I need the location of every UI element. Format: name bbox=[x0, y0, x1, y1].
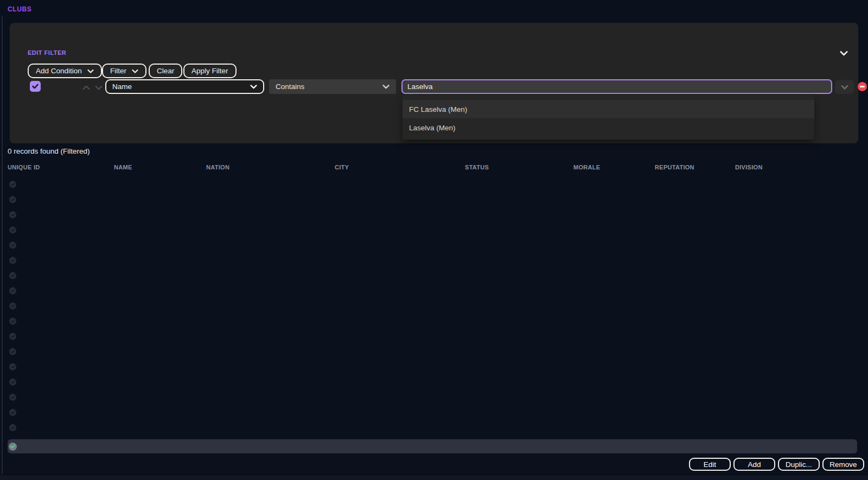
chevron-down-icon bbox=[132, 67, 138, 75]
column-header-nation[interactable]: NATION bbox=[206, 164, 229, 170]
table-row[interactable] bbox=[0, 359, 868, 374]
column-header-division[interactable]: DIVISION bbox=[735, 164, 763, 170]
check-circle-icon bbox=[9, 348, 16, 355]
table-row[interactable] bbox=[0, 207, 868, 222]
table-row[interactable] bbox=[0, 268, 868, 283]
selected-table-row[interactable] bbox=[8, 439, 857, 453]
table-row[interactable] bbox=[0, 192, 868, 207]
add-button[interactable]: Add bbox=[733, 458, 775, 471]
check-circle-icon bbox=[9, 424, 16, 431]
add-condition-button[interactable]: Add Condition bbox=[28, 64, 102, 78]
collapse-filter-button[interactable] bbox=[839, 49, 848, 57]
chevron-down-icon bbox=[841, 83, 848, 91]
column-header-name[interactable]: NAME bbox=[114, 164, 132, 170]
value-dropdown-button[interactable] bbox=[835, 80, 854, 94]
filter-value-input[interactable] bbox=[401, 79, 832, 94]
table-row[interactable] bbox=[0, 405, 868, 420]
field-select[interactable]: Name bbox=[105, 79, 264, 94]
table-row[interactable] bbox=[0, 420, 868, 435]
check-circle-icon bbox=[9, 272, 16, 279]
chevron-down-icon bbox=[87, 67, 94, 75]
column-header-morale[interactable]: MORALE bbox=[573, 164, 600, 170]
column-header-status[interactable]: STATUS bbox=[465, 164, 489, 170]
column-header-reputation[interactable]: REPUTATION bbox=[655, 164, 694, 170]
column-header-unique-id[interactable]: UNIQUE ID bbox=[8, 164, 40, 170]
column-header-city[interactable]: CITY bbox=[335, 164, 349, 170]
suggestion-list: FC Laselva (Men) Laselva (Men) bbox=[403, 95, 814, 140]
table-row[interactable] bbox=[0, 222, 868, 237]
clear-button[interactable]: Clear bbox=[149, 64, 182, 78]
chevron-down-icon bbox=[840, 49, 848, 58]
apply-filter-button[interactable]: Apply Filter bbox=[183, 64, 237, 78]
footer-toolbar: Edit Add Duplic... Remove bbox=[0, 458, 868, 471]
table-row[interactable] bbox=[0, 237, 868, 252]
operator-select[interactable]: Contains bbox=[269, 79, 396, 94]
table-row[interactable] bbox=[0, 374, 868, 389]
clear-label: Clear bbox=[157, 67, 174, 75]
table-row[interactable] bbox=[0, 389, 868, 405]
chevron-up-icon bbox=[82, 84, 90, 92]
chevron-down-icon bbox=[250, 83, 257, 91]
check-circle-icon bbox=[9, 196, 16, 203]
table-row[interactable] bbox=[0, 176, 868, 192]
records-summary: 0 records found (Filtered) bbox=[8, 147, 90, 155]
check-circle-icon bbox=[9, 242, 16, 249]
check-circle-icon bbox=[9, 257, 16, 264]
suggestion-label: FC Laselva (Men) bbox=[409, 105, 467, 113]
remove-condition-button[interactable] bbox=[858, 82, 867, 91]
check-circle-icon bbox=[9, 333, 16, 340]
check-circle-icon bbox=[9, 363, 16, 370]
operator-select-value: Contains bbox=[276, 83, 304, 91]
minus-icon bbox=[860, 86, 865, 87]
filter-menu-label: Filter bbox=[110, 67, 126, 75]
filter-menu-button[interactable]: Filter bbox=[102, 64, 146, 78]
check-circle-icon bbox=[9, 394, 16, 401]
check-circle-icon bbox=[9, 409, 16, 416]
edit-button[interactable]: Edit bbox=[689, 458, 731, 471]
check-circle-icon bbox=[9, 318, 16, 325]
check-circle-icon bbox=[9, 287, 16, 294]
window-bottom-edge bbox=[0, 475, 868, 480]
check-circle-icon bbox=[9, 211, 16, 218]
add-condition-label: Add Condition bbox=[36, 67, 82, 75]
chevron-down-icon bbox=[382, 83, 390, 91]
field-select-value: Name bbox=[112, 83, 132, 91]
page-title: CLUBS bbox=[8, 5, 31, 13]
results-list bbox=[0, 176, 868, 435]
edit-filter-title: EDIT FILTER bbox=[28, 49, 66, 56]
check-circle-icon bbox=[9, 181, 16, 188]
table-row[interactable] bbox=[0, 344, 868, 359]
suggestion-label: Laselva (Men) bbox=[409, 124, 456, 132]
remove-button[interactable]: Remove bbox=[822, 458, 864, 471]
table-row[interactable] bbox=[0, 329, 868, 344]
check-circle-icon bbox=[9, 378, 16, 386]
move-condition-down-button[interactable] bbox=[94, 84, 103, 89]
duplicate-button[interactable]: Duplic... bbox=[778, 458, 820, 471]
table-row[interactable] bbox=[0, 298, 868, 313]
check-circle-icon bbox=[9, 302, 16, 310]
apply-filter-label: Apply Filter bbox=[192, 67, 228, 75]
table-row[interactable] bbox=[0, 252, 868, 268]
chevron-down-icon bbox=[95, 84, 103, 92]
suggestion-item[interactable]: FC Laselva (Men) bbox=[403, 100, 814, 118]
check-circle-icon bbox=[9, 443, 17, 451]
edit-filter-panel: EDIT FILTER Add Condition Filter Clear A… bbox=[10, 23, 858, 143]
suggestion-item[interactable]: Laselva (Men) bbox=[403, 118, 814, 137]
clubs-screen: CLUBS EDIT FILTER Add Condition Filter C… bbox=[0, 0, 868, 480]
checkmark-icon bbox=[32, 83, 39, 91]
table-row[interactable] bbox=[0, 283, 868, 298]
move-condition-up-button[interactable] bbox=[82, 84, 91, 89]
check-circle-icon bbox=[9, 226, 16, 233]
condition-enabled-checkbox[interactable] bbox=[30, 81, 41, 92]
table-row[interactable] bbox=[0, 313, 868, 329]
